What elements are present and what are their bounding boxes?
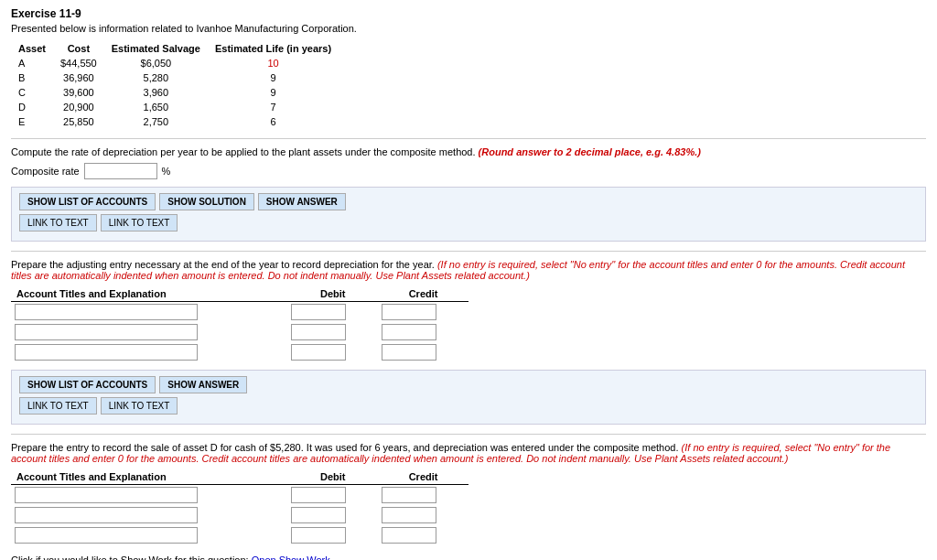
percent-symbol: %	[162, 166, 171, 177]
section1-show-solution-button[interactable]: SHOW SOLUTION	[159, 193, 254, 210]
section1-button-row2: LINK TO TEXT LINK TO TEXT	[19, 214, 918, 232]
section3-credit1-input[interactable]	[382, 487, 436, 503]
asset-data-table: Asset Cost Estimated Salvage Estimated L…	[11, 41, 339, 129]
table-row: A $44,550 $6,050 10	[11, 56, 339, 70]
section1: Compute the rate of depreciation per yea…	[11, 146, 926, 242]
table-row: E 25,850 2,750 6	[11, 114, 339, 129]
section3-credit3-input[interactable]	[382, 527, 436, 544]
exercise-title: Exercise 11-9	[11, 7, 926, 20]
section2-credit1-input[interactable]	[382, 304, 436, 320]
section2-link-text1-button[interactable]: LINK TO TEXT	[19, 397, 97, 415]
col-life: Estimated Life (in years)	[208, 41, 339, 56]
section2-button-row2: LINK TO TEXT LINK TO TEXT	[19, 397, 918, 415]
section1-show-answer-button[interactable]: SHOW ANSWER	[258, 193, 346, 210]
divider-1	[11, 138, 926, 139]
section3-row3	[11, 525, 468, 545]
col-asset: Asset	[11, 41, 53, 56]
intro-text: Presented below is information related t…	[11, 23, 926, 34]
section3-col-account: Account Titles and Explanation	[11, 469, 287, 485]
section2-col-debit: Debit	[287, 286, 378, 302]
section1-show-list-button[interactable]: SHOW LIST OF ACCOUNTS	[19, 193, 156, 210]
section2-row2	[11, 322, 468, 342]
section1-question: Compute the rate of depreciation per yea…	[11, 146, 926, 157]
section3-credit2-input[interactable]	[382, 507, 436, 523]
section3: Prepare the entry to record the sale of …	[11, 442, 926, 545]
section2-debit3-input[interactable]	[291, 344, 346, 361]
section3-debit2-input[interactable]	[291, 507, 346, 523]
section2-account3-input[interactable]	[15, 344, 198, 361]
section2-show-answer-button[interactable]: SHOW ANSWER	[159, 376, 247, 393]
section2-row1	[11, 302, 468, 323]
section2-debit2-input[interactable]	[291, 324, 346, 340]
divider-2	[11, 251, 926, 252]
section3-account-table: Account Titles and Explanation Debit Cre…	[11, 469, 468, 545]
table-row: C 39,600 3,960 9	[11, 85, 339, 100]
section2-show-list-button[interactable]: SHOW LIST OF ACCOUNTS	[19, 376, 156, 393]
section1-link-text1-button[interactable]: LINK TO TEXT	[19, 214, 97, 232]
section2-button-section: SHOW LIST OF ACCOUNTS SHOW ANSWER LINK T…	[11, 370, 926, 425]
table-row: B 36,960 5,280 9	[11, 70, 339, 85]
section2-credit2-input[interactable]	[382, 324, 436, 340]
show-work-link[interactable]: Open Show Work	[252, 555, 330, 560]
section2-credit3-input[interactable]	[382, 344, 436, 361]
section2-account2-input[interactable]	[15, 324, 198, 340]
divider-3	[11, 434, 926, 435]
section1-hint: (Round answer to 2 decimal place, e.g. 4…	[479, 146, 701, 157]
section3-row2	[11, 505, 468, 525]
section2-question: Prepare the adjusting entry necessary at…	[11, 259, 926, 281]
composite-rate-label: Composite rate	[11, 166, 80, 177]
composite-rate-row: Composite rate %	[11, 163, 926, 179]
composite-rate-input[interactable]	[84, 163, 157, 179]
section3-account1-input[interactable]	[15, 487, 198, 503]
section3-col-debit: Debit	[287, 469, 378, 485]
section2-col-account: Account Titles and Explanation	[11, 286, 287, 302]
section1-button-row1: SHOW LIST OF ACCOUNTS SHOW SOLUTION SHOW…	[19, 193, 918, 210]
section2-debit1-input[interactable]	[291, 304, 346, 320]
col-salvage: Estimated Salvage	[104, 41, 208, 56]
section2-row3	[11, 342, 468, 362]
section2: Prepare the adjusting entry necessary at…	[11, 259, 926, 425]
section2-account-table: Account Titles and Explanation Debit Cre…	[11, 286, 468, 362]
section2-button-row1: SHOW LIST OF ACCOUNTS SHOW ANSWER	[19, 376, 918, 393]
footer: Click if you would like to Show Work for…	[11, 555, 926, 560]
table-row: D 20,900 1,650 7	[11, 100, 339, 114]
section3-account3-input[interactable]	[15, 527, 198, 544]
section3-debit1-input[interactable]	[291, 487, 346, 503]
col-cost: Cost	[53, 41, 104, 56]
section3-debit3-input[interactable]	[291, 527, 346, 544]
section2-col-credit: Credit	[378, 286, 468, 302]
section1-button-section: SHOW LIST OF ACCOUNTS SHOW SOLUTION SHOW…	[11, 187, 926, 242]
section2-link-text2-button[interactable]: LINK TO TEXT	[101, 397, 178, 415]
section2-account1-input[interactable]	[15, 304, 198, 320]
footer-label: Click if you would like to Show Work for…	[11, 555, 249, 560]
section3-row1	[11, 485, 468, 506]
section3-col-credit: Credit	[378, 469, 468, 485]
section3-account2-input[interactable]	[15, 507, 198, 523]
section1-link-text2-button[interactable]: LINK TO TEXT	[101, 214, 178, 232]
section3-question: Prepare the entry to record the sale of …	[11, 442, 926, 464]
